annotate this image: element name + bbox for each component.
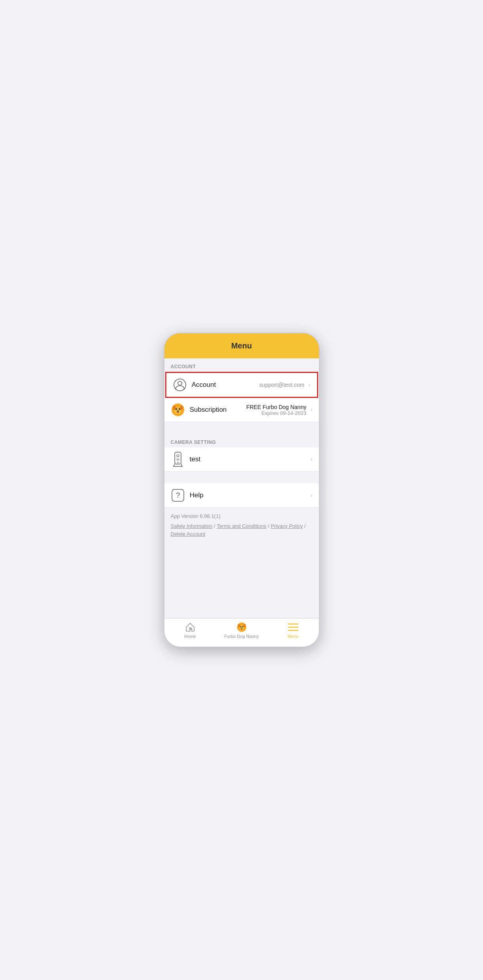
furbo-dog-nanny-icon [236,622,247,633]
svg-point-26 [241,628,242,628]
camera-section-divider [164,422,319,434]
help-icon: ? [171,488,185,502]
tab-bar: Home Furbo Dog Nanny [164,618,319,647]
svg-point-13 [177,462,178,463]
svg-point-24 [240,626,241,627]
svg-point-1 [178,381,182,385]
header-title: Menu [231,341,252,350]
content: ACCOUNT Account support@test.com › [164,358,319,618]
delete-account-link[interactable]: Delete Account [171,531,205,537]
header: Menu [164,333,319,358]
camera-section-header: CAMERA SETTING [164,434,319,447]
footer-info: App Version 6.98.1(1) Safety Information… [164,508,319,543]
account-menu-item[interactable]: Account support@test.com › [165,372,318,398]
help-chevron: › [310,492,312,499]
svg-point-25 [242,626,243,627]
subscription-chevron: › [310,406,312,413]
svg-line-14 [174,464,175,466]
tab-furbo-dog-nanny[interactable]: Furbo Dog Nanny [216,622,267,639]
svg-point-27 [241,629,242,630]
svg-point-8 [177,411,179,412]
camera-test-label: test [190,455,309,463]
account-email: support@test.com [259,382,304,388]
menu-icon [288,622,299,633]
svg-rect-12 [177,459,179,460]
home-tab-label: Home [184,634,196,639]
camera-test-content: test [190,455,309,463]
subscription-details: FREE Furbo Dog Nanny Expires 09-14-2023 [246,404,306,416]
help-menu-item[interactable]: ? Help › [164,483,319,508]
help-item-label: Help [190,491,309,499]
tab-home[interactable]: Home [164,622,216,639]
menu-tab-label: Menu [288,634,299,639]
account-chevron: › [308,381,310,388]
camera-icon [171,452,185,466]
svg-text:?: ? [176,491,179,499]
subscription-name: FREE Furbo Dog Nanny [246,404,306,410]
svg-point-11 [177,455,179,457]
safety-information-link[interactable]: Safety Information [171,523,213,529]
svg-point-7 [179,408,180,410]
account-icon [173,378,187,392]
subscription-item-label: Subscription [190,406,246,414]
terms-conditions-link[interactable]: Terms and Conditions [217,523,267,529]
subscription-menu-item[interactable]: Subscription FREE Furbo Dog Nanny Expire… [164,398,319,422]
account-item-label: Account [192,381,260,389]
home-icon [185,622,196,633]
subscription-item-content: Subscription [190,406,246,414]
separator-1: / [214,523,217,529]
svg-point-6 [176,408,177,410]
app-version: App Version 6.98.1(1) [171,513,313,519]
camera-test-menu-item[interactable]: test › [164,447,319,472]
subscription-expires: Expires 09-14-2023 [262,410,306,416]
subscription-icon [171,403,185,417]
svg-line-15 [181,464,182,466]
tab-menu[interactable]: Menu [267,622,319,639]
furbo-dog-nanny-tab-label: Furbo Dog Nanny [224,634,259,639]
svg-point-9 [177,412,179,413]
camera-test-chevron: › [310,456,312,463]
phone-container: Menu ACCOUNT Account support@test.com › [164,333,319,647]
account-section-header: ACCOUNT [164,358,319,372]
camera-test-right: › [309,456,312,463]
separator-3: / [304,523,306,529]
help-item-right: › [309,492,312,499]
footer-links: Safety Information / Terms and Condition… [171,522,313,538]
account-item-right: support@test.com › [259,381,310,388]
help-section-divider [164,472,319,483]
help-item-content: Help [190,491,309,499]
subscription-item-right: FREE Furbo Dog Nanny Expires 09-14-2023 … [246,404,312,416]
privacy-policy-link[interactable]: Privacy Policy [271,523,303,529]
account-item-content: Account [192,381,260,389]
